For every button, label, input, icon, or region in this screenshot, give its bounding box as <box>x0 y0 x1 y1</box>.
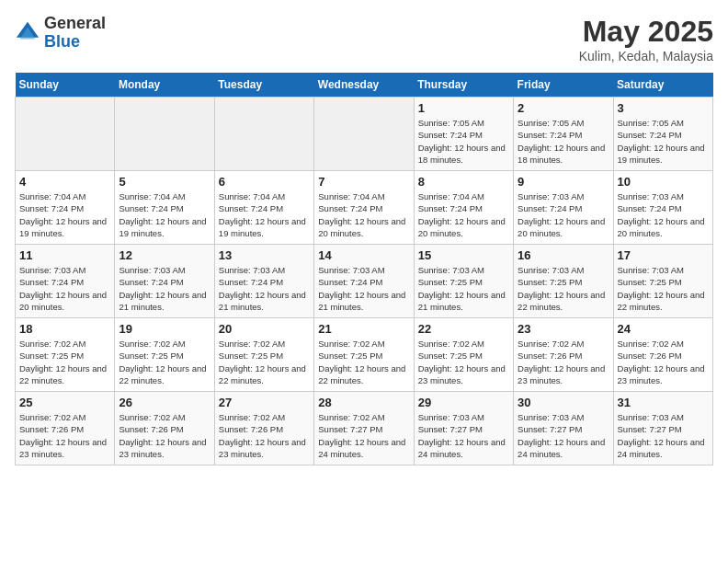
day-detail: Sunrise: 7:03 AMSunset: 7:24 PMDaylight:… <box>119 264 210 313</box>
day-cell: 27Sunrise: 7:02 AMSunset: 7:26 PMDayligh… <box>214 392 313 465</box>
day-number: 1 <box>418 101 509 115</box>
day-cell <box>16 98 115 171</box>
day-number: 31 <box>618 396 709 409</box>
header-tuesday: Tuesday <box>214 73 313 98</box>
day-cell: 6Sunrise: 7:04 AMSunset: 7:24 PMDaylight… <box>214 171 313 245</box>
day-detail: Sunrise: 7:02 AMSunset: 7:25 PMDaylight:… <box>119 338 210 386</box>
header-saturday: Saturday <box>613 73 712 98</box>
day-cell: 25Sunrise: 7:02 AMSunset: 7:26 PMDayligh… <box>16 392 115 465</box>
header-row: SundayMondayTuesdayWednesdayThursdayFrid… <box>16 73 713 98</box>
page-header: General Blue May 2025 Kulim, Kedah, Mala… <box>15 15 713 63</box>
calendar-body: 1Sunrise: 7:05 AMSunset: 7:24 PMDaylight… <box>16 98 713 465</box>
day-number: 25 <box>19 396 110 409</box>
day-cell: 3Sunrise: 7:05 AMSunset: 7:24 PMDaylight… <box>613 98 712 171</box>
day-cell: 24Sunrise: 7:02 AMSunset: 7:26 PMDayligh… <box>613 318 712 392</box>
day-cell: 2Sunrise: 7:05 AMSunset: 7:24 PMDaylight… <box>514 98 613 171</box>
week-row-2: 11Sunrise: 7:03 AMSunset: 7:24 PMDayligh… <box>16 245 713 318</box>
week-row-0: 1Sunrise: 7:05 AMSunset: 7:24 PMDaylight… <box>16 98 713 171</box>
day-cell: 13Sunrise: 7:03 AMSunset: 7:24 PMDayligh… <box>214 245 313 318</box>
day-detail: Sunrise: 7:03 AMSunset: 7:24 PMDaylight:… <box>318 264 409 313</box>
day-cell <box>314 98 414 171</box>
day-cell: 11Sunrise: 7:03 AMSunset: 7:24 PMDayligh… <box>16 245 115 318</box>
day-detail: Sunrise: 7:03 AMSunset: 7:24 PMDaylight:… <box>618 190 709 239</box>
day-cell: 29Sunrise: 7:03 AMSunset: 7:27 PMDayligh… <box>414 392 513 465</box>
day-number: 16 <box>518 248 609 262</box>
day-detail: Sunrise: 7:02 AMSunset: 7:25 PMDaylight:… <box>219 338 310 386</box>
week-row-4: 25Sunrise: 7:02 AMSunset: 7:26 PMDayligh… <box>16 392 713 465</box>
logo-icon <box>15 20 40 46</box>
day-cell: 31Sunrise: 7:03 AMSunset: 7:27 PMDayligh… <box>613 392 712 465</box>
day-detail: Sunrise: 7:05 AMSunset: 7:24 PMDaylight:… <box>518 117 609 166</box>
day-cell: 21Sunrise: 7:02 AMSunset: 7:25 PMDayligh… <box>314 318 414 392</box>
day-cell: 30Sunrise: 7:03 AMSunset: 7:27 PMDayligh… <box>514 392 613 465</box>
day-number: 11 <box>19 248 110 262</box>
day-number: 2 <box>518 101 609 115</box>
day-cell <box>115 98 214 171</box>
day-cell: 9Sunrise: 7:03 AMSunset: 7:24 PMDaylight… <box>514 171 613 245</box>
day-cell: 12Sunrise: 7:03 AMSunset: 7:24 PMDayligh… <box>115 245 214 318</box>
day-number: 17 <box>618 248 709 262</box>
calendar-header: SundayMondayTuesdayWednesdayThursdayFrid… <box>16 73 713 98</box>
day-number: 20 <box>219 322 310 336</box>
day-detail: Sunrise: 7:04 AMSunset: 7:24 PMDaylight:… <box>219 190 310 239</box>
day-number: 14 <box>318 248 409 262</box>
day-cell: 16Sunrise: 7:03 AMSunset: 7:25 PMDayligh… <box>514 245 613 318</box>
day-detail: Sunrise: 7:03 AMSunset: 7:24 PMDaylight:… <box>518 190 609 239</box>
day-cell: 4Sunrise: 7:04 AMSunset: 7:24 PMDaylight… <box>16 171 115 245</box>
day-detail: Sunrise: 7:04 AMSunset: 7:24 PMDaylight:… <box>119 190 210 239</box>
day-number: 24 <box>618 322 709 336</box>
day-number: 5 <box>119 175 210 189</box>
logo: General Blue <box>15 15 106 52</box>
day-number: 4 <box>19 175 110 189</box>
calendar-table: SundayMondayTuesdayWednesdayThursdayFrid… <box>15 73 713 465</box>
day-detail: Sunrise: 7:02 AMSunset: 7:26 PMDaylight:… <box>19 411 110 460</box>
day-cell: 22Sunrise: 7:02 AMSunset: 7:25 PMDayligh… <box>414 318 513 392</box>
day-cell: 10Sunrise: 7:03 AMSunset: 7:24 PMDayligh… <box>613 171 712 245</box>
header-wednesday: Wednesday <box>314 73 414 98</box>
day-detail: Sunrise: 7:03 AMSunset: 7:24 PMDaylight:… <box>19 264 110 313</box>
week-row-1: 4Sunrise: 7:04 AMSunset: 7:24 PMDaylight… <box>16 171 713 245</box>
day-number: 13 <box>219 248 310 262</box>
day-detail: Sunrise: 7:02 AMSunset: 7:27 PMDaylight:… <box>318 411 409 460</box>
day-number: 6 <box>219 175 310 189</box>
day-number: 19 <box>119 322 210 336</box>
day-cell: 23Sunrise: 7:02 AMSunset: 7:26 PMDayligh… <box>514 318 613 392</box>
day-number: 15 <box>418 248 509 262</box>
day-number: 28 <box>318 396 409 409</box>
day-number: 10 <box>618 175 709 189</box>
day-number: 9 <box>518 175 609 189</box>
day-cell: 7Sunrise: 7:04 AMSunset: 7:24 PMDaylight… <box>314 171 414 245</box>
day-number: 30 <box>518 396 609 409</box>
header-thursday: Thursday <box>414 73 513 98</box>
day-detail: Sunrise: 7:02 AMSunset: 7:26 PMDaylight:… <box>518 338 609 386</box>
week-row-3: 18Sunrise: 7:02 AMSunset: 7:25 PMDayligh… <box>16 318 713 392</box>
day-detail: Sunrise: 7:03 AMSunset: 7:27 PMDaylight:… <box>518 411 609 460</box>
day-number: 21 <box>318 322 409 336</box>
logo-blue: Blue <box>44 33 106 52</box>
day-detail: Sunrise: 7:04 AMSunset: 7:24 PMDaylight:… <box>318 190 409 239</box>
header-sunday: Sunday <box>16 73 115 98</box>
day-detail: Sunrise: 7:04 AMSunset: 7:24 PMDaylight:… <box>19 190 110 239</box>
day-detail: Sunrise: 7:02 AMSunset: 7:25 PMDaylight:… <box>19 338 110 386</box>
day-detail: Sunrise: 7:03 AMSunset: 7:27 PMDaylight:… <box>618 411 709 460</box>
day-detail: Sunrise: 7:03 AMSunset: 7:24 PMDaylight:… <box>219 264 310 313</box>
day-detail: Sunrise: 7:02 AMSunset: 7:25 PMDaylight:… <box>318 338 409 386</box>
day-number: 7 <box>318 175 409 189</box>
day-cell: 14Sunrise: 7:03 AMSunset: 7:24 PMDayligh… <box>314 245 414 318</box>
day-number: 8 <box>418 175 509 189</box>
day-cell: 5Sunrise: 7:04 AMSunset: 7:24 PMDaylight… <box>115 171 214 245</box>
day-number: 29 <box>418 396 509 409</box>
day-cell: 28Sunrise: 7:02 AMSunset: 7:27 PMDayligh… <box>314 392 414 465</box>
day-number: 22 <box>418 322 509 336</box>
day-detail: Sunrise: 7:02 AMSunset: 7:26 PMDaylight:… <box>119 411 210 460</box>
day-detail: Sunrise: 7:03 AMSunset: 7:25 PMDaylight:… <box>518 264 609 313</box>
day-cell: 15Sunrise: 7:03 AMSunset: 7:25 PMDayligh… <box>414 245 513 318</box>
day-number: 3 <box>618 101 709 115</box>
day-number: 12 <box>119 248 210 262</box>
day-number: 23 <box>518 322 609 336</box>
day-cell: 18Sunrise: 7:02 AMSunset: 7:25 PMDayligh… <box>16 318 115 392</box>
day-detail: Sunrise: 7:02 AMSunset: 7:26 PMDaylight:… <box>219 411 310 460</box>
day-detail: Sunrise: 7:03 AMSunset: 7:25 PMDaylight:… <box>418 264 509 313</box>
day-detail: Sunrise: 7:04 AMSunset: 7:24 PMDaylight:… <box>418 190 509 239</box>
day-detail: Sunrise: 7:05 AMSunset: 7:24 PMDaylight:… <box>418 117 509 166</box>
